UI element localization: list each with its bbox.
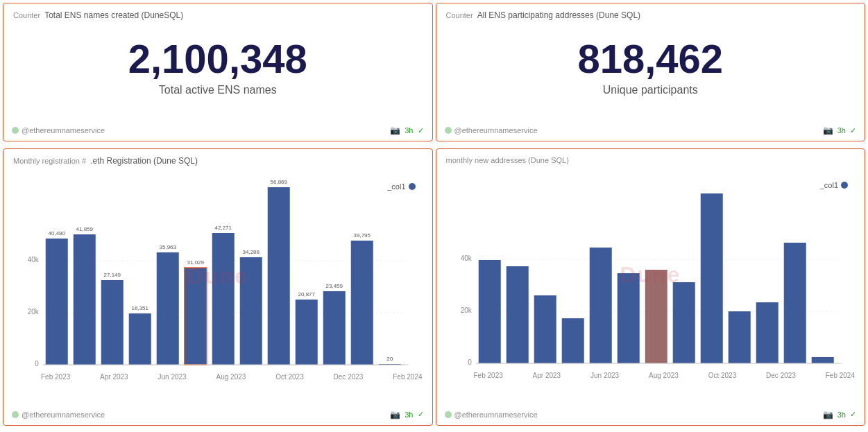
svg-text:16,351: 16,351 (132, 305, 149, 311)
footer-right-2: 📷 3h ✓ (823, 126, 856, 135)
chart-attribution-1: @ethereumnameservice (12, 411, 105, 419)
check-icon-2: ✓ (850, 126, 856, 135)
bar-oct2023 (268, 187, 290, 365)
svg-text:40k: 40k (460, 254, 472, 262)
bar2-apr2023 (534, 295, 556, 363)
legend-text-1: _col1 (387, 182, 405, 191)
panel-title-2: All ENS participating addresses (Dune SQ… (477, 10, 640, 20)
bar2-oct2023 (700, 193, 722, 363)
svg-text:20k: 20k (460, 306, 472, 314)
refresh-label-1: 3h (405, 126, 413, 135)
svg-text:0: 0 (468, 358, 472, 366)
clock-icon-2: 📷 (823, 126, 833, 135)
bar-feb2023 (46, 239, 68, 365)
svg-text:40k: 40k (28, 256, 40, 263)
legend-dot-1 (409, 183, 416, 190)
svg-text:41,859: 41,859 (76, 226, 94, 232)
legend-dot-2 (841, 182, 848, 189)
attribution-2: @ethereumnameservice (445, 126, 538, 135)
chart-footer-right-2: 📷 3h ✓ (823, 410, 856, 420)
attribution-text-2: @ethereumnameservice (454, 126, 538, 135)
chart-attr-text-2: @ethereumnameservice (454, 411, 538, 419)
chart-clock-2: 📷 (823, 410, 833, 420)
legend-1: _col1 (387, 182, 415, 191)
attribution-dot-1 (12, 127, 19, 134)
bar2-mar2023 (506, 266, 528, 363)
panel-tag-1: Counter (13, 11, 40, 19)
panel-tag-2: Counter (446, 11, 473, 19)
chart-tag-1: Monthly registration # (13, 157, 86, 165)
bar-sep2023 (240, 257, 262, 365)
bar2-dec2023 (756, 302, 778, 363)
counter-label-1: Total active ENS names (13, 84, 423, 96)
chart-attr-dot-2 (445, 411, 452, 418)
svg-text:39,795: 39,795 (354, 232, 371, 239)
counter-panel-2: Counter All ENS participating addresses … (436, 3, 866, 141)
counter-value-2: 818,462 (446, 37, 856, 81)
counter-value-1: 2,100,348 (13, 37, 423, 81)
chart-check-1: ✓ (418, 410, 424, 419)
panel-title-1: Total ENS names created (DuneSQL) (44, 10, 183, 20)
chart-area-2: Dune _col1 0 20k 40k (446, 167, 856, 382)
counter-panel-1: Counter Total ENS names created (DuneSQL… (3, 3, 433, 141)
bar-jun2023 (157, 252, 179, 365)
bar-aug2023 (212, 233, 235, 365)
chart-footer-right-1: 📷 3h ✓ (390, 410, 423, 420)
svg-text:35,963: 35,963 (160, 244, 177, 250)
bar2-feb2024 (811, 357, 833, 363)
svg-text:20,877: 20,877 (298, 291, 316, 297)
svg-text:0: 0 (35, 360, 39, 368)
chart-header-2: monthly new addresses (Dune SQL) (446, 156, 856, 164)
bar-chart-2: 0 20k 40k (446, 167, 856, 368)
footer-right-1: 📷 3h ✓ (390, 126, 423, 135)
clock-icon-1: 📷 (390, 126, 400, 135)
svg-text:56,869: 56,869 (271, 179, 288, 185)
bar-dec2023 (323, 291, 346, 365)
bar-apr2023 (101, 280, 124, 365)
chart-footer-2: @ethereumnameservice 📷 3h ✓ (445, 410, 857, 420)
chart-check-2: ✓ (850, 410, 856, 419)
bar-jan2024 (351, 241, 373, 365)
bar2-feb2023 (478, 260, 500, 363)
chart-refresh-2: 3h (837, 411, 846, 419)
chart-header-1: Monthly registration # .eth Registration… (13, 156, 423, 166)
bar2-may2023 (561, 318, 584, 363)
svg-text:20: 20 (386, 356, 393, 362)
chart-attr-dot-1 (12, 411, 19, 418)
chart-attribution-2: @ethereumnameservice (445, 411, 538, 419)
dashboard: Counter Total ENS names created (DuneSQL… (0, 0, 868, 432)
panel-header-1: Counter Total ENS names created (DuneSQL… (13, 10, 423, 20)
bar-chart-1: 0 20k 40k 40,480 41,859 27,149 16,3 (13, 169, 423, 370)
check-icon-1: ✓ (418, 126, 424, 135)
refresh-label-2: 3h (837, 126, 846, 135)
panel-footer-2: @ethereumnameservice 📷 3h ✓ (445, 126, 857, 135)
bar-may2023 (129, 313, 151, 365)
chart-refresh-1: 3h (405, 411, 413, 419)
bar-nov2023 (296, 300, 318, 365)
bar-mar2023 (74, 234, 96, 365)
svg-text:27,149: 27,149 (104, 272, 121, 278)
bar2-sep2023 (672, 282, 695, 363)
svg-text:40,480: 40,480 (49, 230, 66, 236)
panel-footer-1: @ethereumnameservice 📷 3h ✓ (12, 126, 424, 135)
bar2-jan2024 (783, 243, 806, 363)
attribution-dot-2 (445, 127, 452, 134)
bar2-aug2023 (645, 270, 667, 363)
attribution-text-1: @ethereumnameservice (22, 126, 105, 135)
svg-text:34,288: 34,288 (243, 249, 260, 255)
svg-text:20k: 20k (28, 308, 40, 316)
svg-text:31,029: 31,029 (187, 259, 205, 266)
chart-panel-1: Monthly registration # .eth Registration… (3, 148, 433, 426)
chart-attr-text-1: @ethereumnameservice (22, 411, 105, 419)
chart-clock-1: 📷 (390, 410, 400, 420)
chart-tag-2: monthly new addresses (Dune SQL) (446, 156, 569, 164)
bar2-jul2023 (617, 273, 639, 363)
bar2-nov2023 (728, 311, 750, 363)
bar2-jun2023 (589, 248, 611, 363)
svg-text:23,459: 23,459 (326, 283, 343, 289)
chart-panel-2: monthly new addresses (Dune SQL) Dune _c… (436, 148, 866, 426)
chart-area-1: Dune _col1 0 20k 40k 40,480 41,8 (13, 169, 423, 383)
legend-text-2: _col1 (820, 181, 838, 189)
bar-jul2023 (185, 268, 207, 365)
attribution-1: @ethereumnameservice (12, 126, 105, 135)
